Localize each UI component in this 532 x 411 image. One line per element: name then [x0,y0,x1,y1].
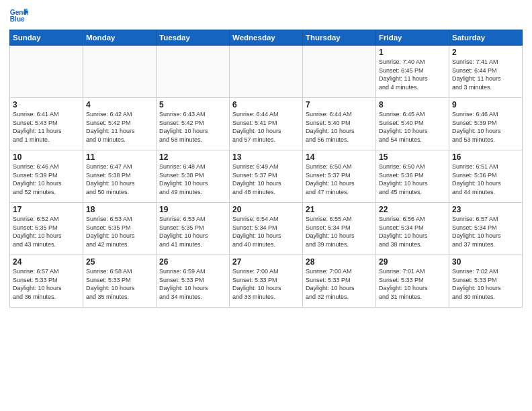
calendar-cell: 22Sunrise: 6:56 AM Sunset: 5:34 PM Dayli… [376,203,449,255]
cell-info: Sunrise: 6:59 AM Sunset: 5:33 PM Dayligh… [159,267,226,301]
weekday-header-friday: Friday [376,30,449,46]
calendar-cell: 1Sunrise: 7:40 AM Sunset: 6:45 PM Daylig… [376,46,449,98]
day-number: 26 [159,257,226,267]
logo: General Blue [9,7,30,26]
day-number: 7 [306,100,373,109]
cell-info: Sunrise: 6:53 AM Sunset: 5:35 PM Dayligh… [86,215,153,248]
day-number: 28 [306,257,373,267]
calendar-cell: 7Sunrise: 6:44 AM Sunset: 5:40 PM Daylig… [303,98,376,150]
cell-info: Sunrise: 6:46 AM Sunset: 5:39 PM Dayligh… [13,163,80,196]
cell-info: Sunrise: 6:44 AM Sunset: 5:40 PM Dayligh… [306,110,373,144]
day-number: 16 [452,152,519,162]
day-number: 13 [232,152,300,162]
page: General Blue SundayMondayTuesdayWednesda… [0,0,532,411]
day-number: 9 [452,100,519,109]
calendar-cell [303,46,376,98]
day-number: 15 [379,152,446,162]
calendar-cell: 26Sunrise: 6:59 AM Sunset: 5:33 PM Dayli… [157,255,230,308]
weekday-header-row: SundayMondayTuesdayWednesdayThursdayFrid… [10,30,523,46]
weekday-header-tuesday: Tuesday [157,30,230,46]
day-number: 2 [452,48,519,57]
cell-info: Sunrise: 6:43 AM Sunset: 5:42 PM Dayligh… [159,110,226,144]
cell-info: Sunrise: 7:02 AM Sunset: 5:33 PM Dayligh… [452,267,519,301]
day-number: 10 [13,152,80,162]
day-number: 17 [13,205,80,214]
weekday-header-thursday: Thursday [303,30,376,46]
day-number: 8 [379,100,446,109]
calendar-cell: 3Sunrise: 6:41 AM Sunset: 5:43 PM Daylig… [10,98,83,150]
day-number: 19 [159,205,226,214]
logo-icon: General Blue [9,7,28,26]
calendar-cell: 15Sunrise: 6:50 AM Sunset: 5:36 PM Dayli… [376,150,449,203]
cell-info: Sunrise: 6:57 AM Sunset: 5:34 PM Dayligh… [452,215,519,248]
svg-text:Blue: Blue [10,15,25,23]
day-number: 18 [86,205,153,214]
day-number: 29 [379,257,446,267]
calendar-cell: 14Sunrise: 6:50 AM Sunset: 5:37 PM Dayli… [303,150,376,203]
cell-info: Sunrise: 7:00 AM Sunset: 5:33 PM Dayligh… [306,267,373,301]
calendar-cell [230,46,303,98]
calendar-cell: 12Sunrise: 6:48 AM Sunset: 5:38 PM Dayli… [157,150,230,203]
calendar-cell: 29Sunrise: 7:01 AM Sunset: 5:33 PM Dayli… [376,255,449,308]
calendar-cell: 11Sunrise: 6:47 AM Sunset: 5:38 PM Dayli… [83,150,157,203]
calendar-cell: 30Sunrise: 7:02 AM Sunset: 5:33 PM Dayli… [449,255,523,308]
calendar-cell: 25Sunrise: 6:58 AM Sunset: 5:33 PM Dayli… [83,255,157,308]
cell-info: Sunrise: 6:54 AM Sunset: 5:34 PM Dayligh… [232,215,300,248]
calendar-table: SundayMondayTuesdayWednesdayThursdayFrid… [9,30,523,308]
day-number: 3 [13,100,80,109]
week-row-3: 10Sunrise: 6:46 AM Sunset: 5:39 PM Dayli… [10,150,523,203]
cell-info: Sunrise: 6:45 AM Sunset: 5:40 PM Dayligh… [379,110,446,144]
calendar-cell [10,46,83,98]
cell-info: Sunrise: 6:47 AM Sunset: 5:38 PM Dayligh… [86,163,153,196]
cell-info: Sunrise: 6:46 AM Sunset: 5:39 PM Dayligh… [452,110,519,144]
calendar-cell: 6Sunrise: 6:44 AM Sunset: 5:41 PM Daylig… [230,98,303,150]
day-number: 25 [86,257,153,267]
calendar-cell: 20Sunrise: 6:54 AM Sunset: 5:34 PM Dayli… [230,203,303,255]
cell-info: Sunrise: 6:56 AM Sunset: 5:34 PM Dayligh… [379,215,446,248]
cell-info: Sunrise: 6:48 AM Sunset: 5:38 PM Dayligh… [159,163,226,196]
day-number: 11 [86,152,153,162]
calendar-cell: 9Sunrise: 6:46 AM Sunset: 5:39 PM Daylig… [449,98,523,150]
weekday-header-sunday: Sunday [10,30,83,46]
weekday-header-monday: Monday [83,30,157,46]
weekday-header-saturday: Saturday [449,30,523,46]
calendar-cell [83,46,157,98]
cell-info: Sunrise: 6:44 AM Sunset: 5:41 PM Dayligh… [232,110,300,144]
header: General Blue [9,7,523,26]
calendar-cell: 5Sunrise: 6:43 AM Sunset: 5:42 PM Daylig… [157,98,230,150]
day-number: 21 [306,205,373,214]
cell-info: Sunrise: 6:55 AM Sunset: 5:34 PM Dayligh… [306,215,373,248]
cell-info: Sunrise: 7:40 AM Sunset: 6:45 PM Dayligh… [379,58,446,91]
calendar-cell: 13Sunrise: 6:49 AM Sunset: 5:37 PM Dayli… [230,150,303,203]
calendar-cell: 4Sunrise: 6:42 AM Sunset: 5:42 PM Daylig… [83,98,157,150]
calendar-cell: 21Sunrise: 6:55 AM Sunset: 5:34 PM Dayli… [303,203,376,255]
calendar-cell: 16Sunrise: 6:51 AM Sunset: 5:36 PM Dayli… [449,150,523,203]
day-number: 12 [159,152,226,162]
cell-info: Sunrise: 6:52 AM Sunset: 5:35 PM Dayligh… [13,215,80,248]
calendar-cell: 28Sunrise: 7:00 AM Sunset: 5:33 PM Dayli… [303,255,376,308]
week-row-2: 3Sunrise: 6:41 AM Sunset: 5:43 PM Daylig… [10,98,523,150]
cell-info: Sunrise: 7:00 AM Sunset: 5:33 PM Dayligh… [232,267,300,301]
day-number: 14 [306,152,373,162]
calendar-cell: 19Sunrise: 6:53 AM Sunset: 5:35 PM Dayli… [157,203,230,255]
cell-info: Sunrise: 6:49 AM Sunset: 5:37 PM Dayligh… [232,163,300,196]
week-row-5: 24Sunrise: 6:57 AM Sunset: 5:33 PM Dayli… [10,255,523,308]
cell-info: Sunrise: 7:41 AM Sunset: 6:44 PM Dayligh… [452,58,519,91]
cell-info: Sunrise: 6:42 AM Sunset: 5:42 PM Dayligh… [86,110,153,144]
calendar-cell: 27Sunrise: 7:00 AM Sunset: 5:33 PM Dayli… [230,255,303,308]
week-row-4: 17Sunrise: 6:52 AM Sunset: 5:35 PM Dayli… [10,203,523,255]
calendar-cell: 10Sunrise: 6:46 AM Sunset: 5:39 PM Dayli… [10,150,83,203]
calendar-cell: 2Sunrise: 7:41 AM Sunset: 6:44 PM Daylig… [449,46,523,98]
cell-info: Sunrise: 6:53 AM Sunset: 5:35 PM Dayligh… [159,215,226,248]
cell-info: Sunrise: 7:01 AM Sunset: 5:33 PM Dayligh… [379,267,446,301]
cell-info: Sunrise: 6:50 AM Sunset: 5:37 PM Dayligh… [306,163,373,196]
cell-info: Sunrise: 6:57 AM Sunset: 5:33 PM Dayligh… [13,267,80,301]
day-number: 6 [232,100,300,109]
day-number: 4 [86,100,153,109]
calendar-cell: 23Sunrise: 6:57 AM Sunset: 5:34 PM Dayli… [449,203,523,255]
day-number: 27 [232,257,300,267]
day-number: 23 [452,205,519,214]
day-number: 22 [379,205,446,214]
cell-info: Sunrise: 6:58 AM Sunset: 5:33 PM Dayligh… [86,267,153,301]
calendar-cell: 17Sunrise: 6:52 AM Sunset: 5:35 PM Dayli… [10,203,83,255]
